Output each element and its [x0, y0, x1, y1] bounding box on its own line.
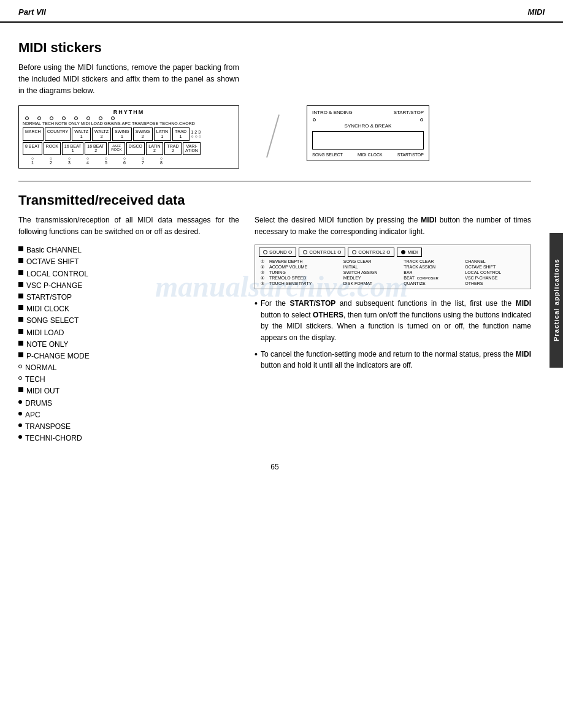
list-text: MIDI CLOCK — [26, 303, 69, 315]
btn-march: MARCH — [23, 127, 44, 140]
cell: OTHERS — [463, 281, 527, 286]
list-text: MIDI LOAD — [26, 327, 64, 339]
control2-indicator — [352, 250, 356, 254]
diagrams-area: RHYTHM NORMAL TECH NOTE ONLY — [18, 105, 531, 169]
cell: TRACK ASSIGN — [402, 264, 463, 270]
cell: QUANTIZE — [402, 281, 463, 286]
bullet-square-icon — [18, 329, 23, 334]
list-text: P-CHANGE MODE — [26, 351, 90, 362]
header-part: Part VII — [18, 7, 46, 17]
btn-latin1: LATIN1 — [154, 127, 171, 140]
bullet-circle-icon — [18, 376, 22, 380]
page-header: Part VII MIDI — [0, 0, 563, 23]
cell: INITIAL — [342, 264, 402, 270]
knob-4 — [62, 116, 66, 120]
rl-normal: NORMAL — [23, 121, 41, 126]
list-text: MIDI OUT — [26, 385, 59, 397]
start-stop-diagram: INTRO & ENDING START/STOP SYNCHRO & BREA… — [307, 105, 429, 161]
cell: TOUCH SENSITIVITY — [267, 281, 342, 286]
ss-intro-label: INTRO & ENDING — [312, 110, 353, 115]
midi-stickers-title: MIDI stickers — [18, 40, 531, 56]
left-column: The transmission/reception of all MIDI d… — [18, 214, 239, 444]
knob-6 — [86, 116, 90, 120]
list-text: SONG SELECT — [26, 315, 79, 327]
bullet-square-icon — [18, 305, 23, 310]
bullet-dot-icon — [18, 435, 22, 439]
btn-swing2: SWING2 — [133, 127, 153, 140]
list-text: NOTE ONLY — [26, 339, 68, 351]
table-row: ③ TUNING SWITCH ASSIGN BAR LOCAL CONTROL — [259, 270, 527, 275]
list-item-apc: APC — [18, 409, 239, 421]
sound-btn: SOUND O — [259, 248, 296, 257]
list-text: TECHNI-CHORD — [25, 433, 82, 444]
bullet-dot-icon — [18, 412, 22, 415]
bullet-square-icon — [18, 294, 23, 298]
ss-big-box — [312, 131, 424, 150]
knob-7 — [99, 116, 102, 120]
table-row: ① REVERB DEPTH SONG CLEAR TRACK CLEAR CH… — [259, 259, 527, 264]
list-item-midiout: MIDI OUT — [18, 385, 239, 397]
right-column: Select the desired MIDI function by pres… — [255, 214, 531, 444]
num-6: ○6 — [116, 156, 133, 165]
list-item-local-control: LOCAL CONTROL — [18, 268, 239, 280]
row-num: ③ — [259, 270, 267, 275]
knob-2 — [37, 116, 41, 120]
list-item-midiload: MIDI LOAD — [18, 327, 239, 339]
knob-5 — [74, 116, 78, 120]
rhythm-top-labels: NORMAL TECH NOTE ONLY MIDI LOAD GRAINS A… — [23, 121, 235, 126]
midi-indicator — [401, 250, 405, 254]
left-body-text: The transmission/reception of all MIDI d… — [18, 214, 239, 237]
list-text: NORMAL — [25, 362, 56, 374]
btn-disco: DISCO — [126, 142, 145, 155]
num-3: ○3 — [61, 156, 78, 165]
cell: TUNING — [267, 270, 342, 275]
cell: BEAT COMPOSER — [402, 275, 463, 281]
list-item-transpose: TRANSPOSE — [18, 421, 239, 433]
list-text: TECH — [25, 374, 45, 385]
ss-startstop2: START/STOP — [397, 153, 424, 157]
btn-16beat1: 16 BEAT1 — [62, 142, 84, 155]
list-item-octave-shift: OCTAVE SHIFT — [18, 256, 239, 268]
rhythm-diagram: RHYTHM NORMAL TECH NOTE ONLY — [18, 105, 239, 169]
cell: ACCOMP VOLUME — [267, 264, 342, 270]
list-item-basic-channel: Basic CHANNEL — [18, 245, 239, 256]
ss-songselect: SONG SELECT — [312, 153, 343, 157]
cell: BAR — [402, 270, 463, 275]
rhythm-row2: 8 BEAT ROCK 16 BEAT1 16 BEAT2 JAZZROCK D… — [23, 142, 235, 155]
list-item-tech: TECH — [18, 374, 239, 385]
list-item-vsc: VSC P-CHANGE — [18, 280, 239, 292]
bullet-square-icon — [18, 246, 23, 251]
num-5: ○5 — [98, 156, 115, 165]
btn-trad1: TRAD1 — [172, 127, 190, 140]
list-text: START/STOP — [26, 292, 72, 303]
btn-jazzrock: JAZZROCK — [108, 142, 125, 155]
ss-midiclock: MIDI CLOCK — [358, 153, 383, 157]
ss-top-row: INTRO & ENDING START/STOP — [312, 110, 424, 115]
bullet-square-icon — [18, 270, 23, 275]
transmitted-title: Transmitted/received data — [18, 192, 531, 208]
bullet-notes-section: • For the START/STOP and subsequent func… — [255, 298, 531, 371]
top-knob-row — [23, 116, 235, 120]
note-1-text: For the START/STOP and subsequent functi… — [261, 298, 531, 343]
list-item-midiclock: MIDI CLOCK — [18, 303, 239, 315]
btn-variation: VARI-ATION — [183, 142, 201, 155]
list-text: APC — [25, 409, 40, 421]
table-row: ④ TREMOLO SPEED MEDLEY BEAT COMPOSER VSC… — [259, 275, 527, 281]
rl-grains: GRAINS — [104, 121, 121, 126]
midi-btn: MIDI — [397, 248, 422, 257]
list-item-noteonly: NOTE ONLY — [18, 339, 239, 351]
rl-midiload: MIDI LOAD — [81, 121, 103, 126]
note-2-text: To cancel the function-setting mode and … — [261, 349, 531, 371]
btn-latin2: LATIN2 — [146, 142, 163, 155]
cell: SWITCH ASSIGN — [342, 270, 402, 275]
btn-8beat: 8 BEAT — [23, 142, 42, 155]
knob-1 — [25, 116, 29, 120]
bullet-square-icon — [18, 387, 23, 392]
header-midi: MIDI — [528, 7, 545, 17]
btn-country: COUNTRY — [45, 127, 71, 140]
bullet-square-icon — [18, 258, 23, 263]
cell: MEDLEY — [342, 275, 402, 281]
num-1: ○1 — [24, 156, 41, 165]
bullet-dot-icon — [18, 423, 22, 427]
ss-startstop-label: START/STOP — [394, 110, 424, 115]
